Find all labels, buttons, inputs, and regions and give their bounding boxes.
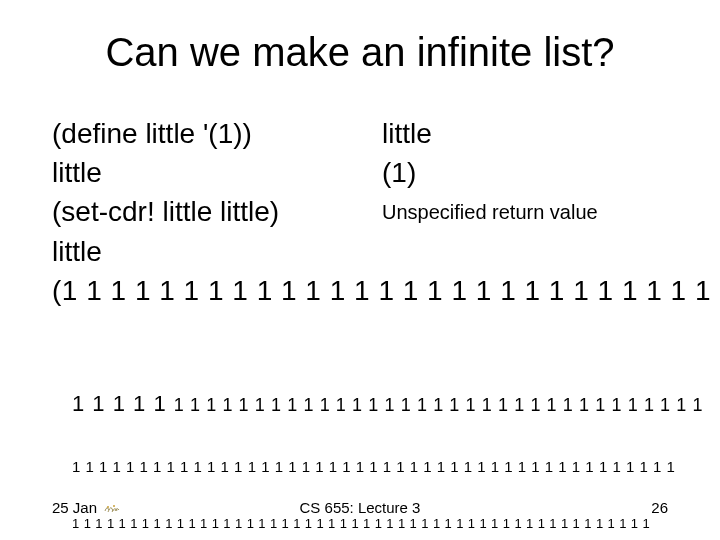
code-setcdr: (set-cdr! little little) [52, 192, 382, 231]
result-note: Unspecified return value [382, 192, 688, 231]
slide: Can we make an infinite list? (define li… [0, 0, 720, 540]
infinite-list-start: (1 1 1 1 1 1 1 1 1 1 1 1 1 1 1 1 1 1 1 1… [52, 271, 688, 310]
code-define: (define little '(1)) [52, 114, 382, 153]
footer-page-number: 26 [651, 499, 668, 516]
footer-date: 25 Jan [52, 499, 121, 516]
code-row-2: little (1) [52, 153, 688, 192]
result-one: (1) [382, 153, 688, 192]
result-little: little [382, 114, 688, 153]
svg-point-1 [113, 505, 115, 507]
code-row-1: (define little '(1)) little [52, 114, 688, 153]
cascade-row-2: 1 1 1 1 1 1 1 1 1 1 1 1 1 1 1 1 1 1 1 1 … [72, 458, 712, 477]
footer-course: CS 655: Lecture 3 [52, 499, 668, 516]
slide-footer: 25 Jan CS 655: Lecture 3 26 [52, 499, 668, 516]
decoration-icon [103, 501, 121, 515]
code-row-4: little [52, 232, 688, 271]
slide-title: Can we make an infinite list? [0, 30, 720, 75]
cascade-row-1: 1 1 1 1 1 1 1 1 1 1 1 1 1 1 1 1 1 1 1 1 … [72, 390, 712, 418]
svg-point-0 [107, 506, 109, 508]
slide-body: (define little '(1)) little little (1) (… [52, 114, 688, 310]
code-row-3: (set-cdr! little little) Unspecified ret… [52, 192, 688, 231]
cascade-row-3: 1 1 1 1 1 1 1 1 1 1 1 1 1 1 1 1 1 1 1 1 … [72, 516, 712, 532]
code-eval-little: little [52, 153, 382, 192]
